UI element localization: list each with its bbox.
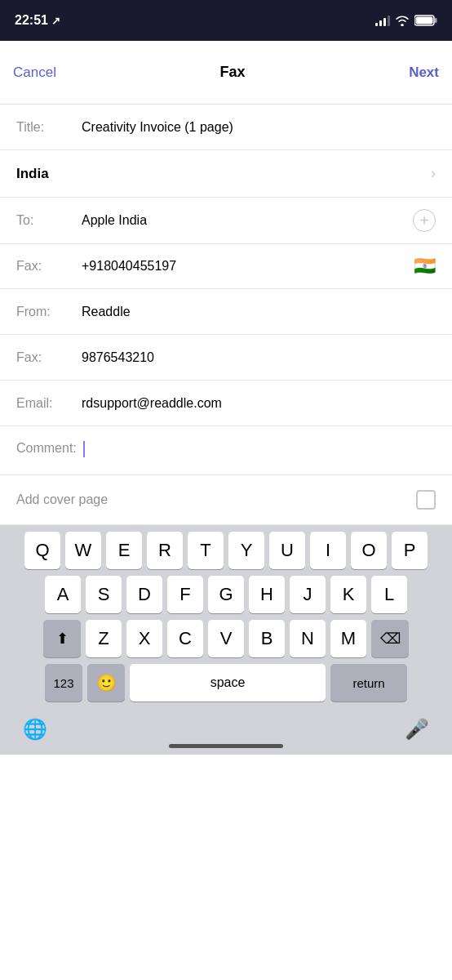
email-value[interactable]: rdsupport@readdle.com xyxy=(82,396,436,411)
key-l[interactable]: L xyxy=(371,576,407,613)
key-j[interactable]: J xyxy=(290,576,326,613)
key-r[interactable]: R xyxy=(147,532,183,569)
cover-page-row: Add cover page xyxy=(0,475,452,525)
status-icons xyxy=(375,15,437,26)
keyboard-row-1: Q W E R T Y U I O P xyxy=(3,532,449,569)
key-g[interactable]: G xyxy=(208,576,244,613)
battery-icon xyxy=(414,15,437,26)
wifi-icon xyxy=(395,15,410,26)
keyboard-row-3: ⬆ Z X C V B N M ⌫ xyxy=(3,620,449,657)
key-t[interactable]: T xyxy=(188,532,224,569)
microphone-icon[interactable]: 🎤 xyxy=(405,718,429,741)
to-value: Apple India xyxy=(82,213,413,228)
status-time: 22:51 ↗ xyxy=(15,13,60,28)
key-i[interactable]: I xyxy=(310,532,346,569)
key-n[interactable]: N xyxy=(290,620,326,657)
svg-rect-1 xyxy=(435,18,437,23)
key-e[interactable]: E xyxy=(106,532,142,569)
key-v[interactable]: V xyxy=(208,620,244,657)
comment-label: Comment: xyxy=(16,441,82,456)
key-s[interactable]: S xyxy=(86,576,122,613)
return-key[interactable]: return xyxy=(330,664,407,702)
form-area: Title: Creativity Invoice (1 page) India… xyxy=(0,105,452,525)
from-fax-row: Fax: 9876543210 xyxy=(0,335,452,381)
key-p[interactable]: P xyxy=(392,532,428,569)
key-d[interactable]: D xyxy=(126,576,162,613)
title-row: Title: Creativity Invoice (1 page) xyxy=(0,105,452,150)
nav-title: Fax xyxy=(220,64,246,81)
status-bar: 22:51 ↗ xyxy=(0,0,452,41)
fax-label: Fax: xyxy=(16,259,82,274)
nav-bar: Cancel Fax Next xyxy=(0,41,452,105)
key-z[interactable]: Z xyxy=(86,620,122,657)
from-row: From: Readdle xyxy=(0,289,452,335)
keyboard-row-2: A S D F G H J K L xyxy=(3,576,449,613)
keyboard-row-4: 123 🙂 space return xyxy=(3,664,449,702)
home-bar xyxy=(169,744,283,748)
signal-icon xyxy=(375,15,390,26)
cancel-button[interactable]: Cancel xyxy=(13,65,56,81)
next-button[interactable]: Next xyxy=(409,65,439,81)
keyboard: Q W E R T Y U I O P A S D F G H J K L ⬆ … xyxy=(0,525,452,711)
key-f[interactable]: F xyxy=(167,576,203,613)
flag-icon: 🇮🇳 xyxy=(414,256,436,277)
key-u[interactable]: U xyxy=(269,532,305,569)
from-fax-label: Fax: xyxy=(16,350,82,365)
svg-rect-2 xyxy=(416,17,433,24)
email-row: Email: rdsupport@readdle.com xyxy=(0,381,452,426)
cover-label: Add cover page xyxy=(16,492,416,507)
to-label: To: xyxy=(16,213,82,228)
comment-row: Comment: xyxy=(0,426,452,475)
key-h[interactable]: H xyxy=(249,576,285,613)
space-key[interactable]: space xyxy=(130,664,326,702)
key-q[interactable]: Q xyxy=(24,532,60,569)
add-recipient-button[interactable]: + xyxy=(413,209,436,232)
from-label: From: xyxy=(16,305,82,319)
key-c[interactable]: C xyxy=(167,620,203,657)
backspace-key[interactable]: ⌫ xyxy=(371,620,409,657)
home-indicator xyxy=(0,744,452,755)
bottom-bar: 🌐 🎤 xyxy=(0,711,452,744)
from-value[interactable]: Readdle xyxy=(82,305,436,319)
from-fax-value[interactable]: 9876543210 xyxy=(82,350,436,365)
numbers-key[interactable]: 123 xyxy=(45,664,82,702)
title-value: Creativity Invoice (1 page) xyxy=(82,120,436,135)
key-b[interactable]: B xyxy=(249,620,285,657)
globe-icon[interactable]: 🌐 xyxy=(23,718,47,741)
location-icon: ↗ xyxy=(51,15,60,27)
comment-input[interactable] xyxy=(82,441,436,457)
title-label: Title: xyxy=(16,120,82,135)
chevron-right-icon: › xyxy=(431,165,436,182)
fax-value[interactable]: +918040455197 xyxy=(82,259,414,274)
emoji-key[interactable]: 🙂 xyxy=(87,664,125,702)
key-y[interactable]: Y xyxy=(228,532,264,569)
country-row[interactable]: India › xyxy=(0,150,452,198)
email-label: Email: xyxy=(16,396,82,411)
key-o[interactable]: O xyxy=(351,532,387,569)
key-k[interactable]: K xyxy=(330,576,366,613)
key-m[interactable]: M xyxy=(330,620,366,657)
to-row: To: Apple India + xyxy=(0,198,452,244)
text-cursor xyxy=(83,441,85,457)
country-name: India xyxy=(16,166,49,182)
cover-page-checkbox[interactable] xyxy=(416,490,436,510)
key-w[interactable]: W xyxy=(65,532,101,569)
shift-key[interactable]: ⬆ xyxy=(43,620,81,657)
key-x[interactable]: X xyxy=(126,620,162,657)
fax-to-row: Fax: +918040455197 🇮🇳 xyxy=(0,244,452,289)
key-a[interactable]: A xyxy=(45,576,81,613)
